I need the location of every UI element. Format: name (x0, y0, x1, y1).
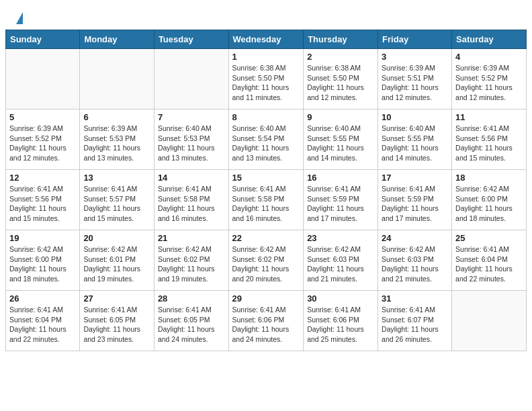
day-number: 13 (83, 173, 150, 183)
logo (13, 9, 23, 24)
day-info: Sunrise: 6:41 AM Sunset: 5:56 PM Dayligh… (455, 124, 523, 163)
day-number: 23 (307, 233, 374, 243)
day-number: 9 (307, 112, 374, 122)
day-info: Sunrise: 6:41 AM Sunset: 6:06 PM Dayligh… (307, 305, 374, 345)
day-info: Sunrise: 6:40 AM Sunset: 5:55 PM Dayligh… (307, 124, 374, 163)
day-number: 24 (382, 233, 448, 243)
calendar-cell: 28Sunrise: 6:41 AM Sunset: 6:05 PM Dayli… (154, 291, 228, 351)
calendar-cell: 3Sunrise: 6:39 AM Sunset: 5:51 PM Daylig… (378, 49, 452, 109)
calendar-cell: 29Sunrise: 6:41 AM Sunset: 6:06 PM Dayli… (228, 291, 304, 351)
weekday-header-row: SundayMondayTuesdayWednesdayThursdayFrid… (6, 30, 527, 49)
day-info: Sunrise: 6:42 AM Sunset: 6:03 PM Dayligh… (307, 244, 374, 284)
weekday-header-saturday: Saturday (452, 30, 527, 49)
logo-triangle-icon (16, 12, 23, 24)
weekday-header-wednesday: Wednesday (228, 30, 304, 49)
day-info: Sunrise: 6:39 AM Sunset: 5:52 PM Dayligh… (455, 63, 523, 103)
day-info: Sunrise: 6:41 AM Sunset: 5:59 PM Dayligh… (382, 184, 448, 224)
day-info: Sunrise: 6:41 AM Sunset: 6:07 PM Dayligh… (382, 305, 448, 345)
calendar-cell (154, 49, 228, 109)
day-number: 25 (455, 233, 523, 243)
calendar-cell: 8Sunrise: 6:40 AM Sunset: 5:54 PM Daylig… (228, 109, 304, 170)
calendar-cell: 2Sunrise: 6:38 AM Sunset: 5:50 PM Daylig… (304, 49, 378, 109)
day-number: 4 (455, 52, 523, 62)
day-info: Sunrise: 6:39 AM Sunset: 5:51 PM Dayligh… (382, 63, 448, 103)
calendar-week-row: 12Sunrise: 6:41 AM Sunset: 5:56 PM Dayli… (6, 170, 527, 230)
calendar-cell (452, 291, 527, 351)
calendar-cell: 5Sunrise: 6:39 AM Sunset: 5:52 PM Daylig… (6, 109, 80, 170)
day-number: 30 (307, 293, 374, 304)
day-info: Sunrise: 6:38 AM Sunset: 5:50 PM Dayligh… (232, 63, 300, 103)
day-info: Sunrise: 6:41 AM Sunset: 6:06 PM Dayligh… (232, 305, 300, 345)
day-number: 14 (158, 173, 225, 183)
day-number: 17 (382, 173, 448, 183)
day-info: Sunrise: 6:42 AM Sunset: 6:00 PM Dayligh… (455, 184, 523, 224)
calendar-cell: 19Sunrise: 6:42 AM Sunset: 6:00 PM Dayli… (6, 230, 80, 291)
day-number: 2 (307, 52, 374, 62)
calendar-week-row: 5Sunrise: 6:39 AM Sunset: 5:52 PM Daylig… (6, 109, 527, 170)
calendar-cell: 6Sunrise: 6:39 AM Sunset: 5:53 PM Daylig… (80, 109, 154, 170)
calendar-cell: 13Sunrise: 6:41 AM Sunset: 5:57 PM Dayli… (80, 170, 154, 230)
day-info: Sunrise: 6:40 AM Sunset: 5:55 PM Dayligh… (382, 124, 448, 163)
weekday-header-friday: Friday (378, 30, 452, 49)
weekday-header-thursday: Thursday (304, 30, 378, 49)
day-info: Sunrise: 6:42 AM Sunset: 6:00 PM Dayligh… (9, 244, 76, 284)
calendar-week-row: 26Sunrise: 6:41 AM Sunset: 6:04 PM Dayli… (6, 291, 527, 351)
day-number: 12 (9, 173, 76, 183)
day-number: 19 (9, 233, 76, 243)
day-number: 20 (83, 233, 150, 243)
header (0, 0, 532, 30)
calendar-cell: 12Sunrise: 6:41 AM Sunset: 5:56 PM Dayli… (6, 170, 80, 230)
calendar-wrapper: SundayMondayTuesdayWednesdayThursdayFrid… (0, 30, 532, 357)
day-info: Sunrise: 6:40 AM Sunset: 5:53 PM Dayligh… (158, 124, 225, 163)
day-info: Sunrise: 6:42 AM Sunset: 6:02 PM Dayligh… (232, 244, 300, 284)
day-number: 3 (382, 52, 448, 62)
calendar-cell: 15Sunrise: 6:41 AM Sunset: 5:58 PM Dayli… (228, 170, 304, 230)
calendar-cell: 10Sunrise: 6:40 AM Sunset: 5:55 PM Dayli… (378, 109, 452, 170)
calendar-cell: 14Sunrise: 6:41 AM Sunset: 5:58 PM Dayli… (154, 170, 228, 230)
day-number: 5 (9, 112, 76, 122)
calendar-cell: 20Sunrise: 6:42 AM Sunset: 6:01 PM Dayli… (80, 230, 154, 291)
calendar-cell: 4Sunrise: 6:39 AM Sunset: 5:52 PM Daylig… (452, 49, 527, 109)
day-number: 29 (232, 293, 300, 304)
day-number: 18 (455, 173, 523, 183)
day-number: 27 (83, 293, 150, 304)
day-info: Sunrise: 6:38 AM Sunset: 5:50 PM Dayligh… (307, 63, 374, 103)
day-number: 10 (382, 112, 448, 122)
day-info: Sunrise: 6:41 AM Sunset: 5:59 PM Dayligh… (307, 184, 374, 224)
day-number: 8 (232, 112, 300, 122)
day-number: 6 (83, 112, 150, 122)
calendar-cell: 21Sunrise: 6:42 AM Sunset: 6:02 PM Dayli… (154, 230, 228, 291)
day-info: Sunrise: 6:41 AM Sunset: 6:05 PM Dayligh… (83, 305, 150, 345)
calendar-cell: 1Sunrise: 6:38 AM Sunset: 5:50 PM Daylig… (228, 49, 304, 109)
calendar-cell: 24Sunrise: 6:42 AM Sunset: 6:03 PM Dayli… (378, 230, 452, 291)
day-number: 15 (232, 173, 300, 183)
calendar-table: SundayMondayTuesdayWednesdayThursdayFrid… (5, 30, 527, 351)
calendar-cell (6, 49, 80, 109)
weekday-header-monday: Monday (80, 30, 154, 49)
calendar-cell: 16Sunrise: 6:41 AM Sunset: 5:59 PM Dayli… (304, 170, 378, 230)
day-info: Sunrise: 6:39 AM Sunset: 5:52 PM Dayligh… (9, 124, 76, 163)
calendar-cell: 11Sunrise: 6:41 AM Sunset: 5:56 PM Dayli… (452, 109, 527, 170)
calendar-week-row: 19Sunrise: 6:42 AM Sunset: 6:00 PM Dayli… (6, 230, 527, 291)
calendar-cell: 27Sunrise: 6:41 AM Sunset: 6:05 PM Dayli… (80, 291, 154, 351)
day-info: Sunrise: 6:41 AM Sunset: 6:04 PM Dayligh… (455, 244, 523, 284)
day-info: Sunrise: 6:41 AM Sunset: 5:58 PM Dayligh… (232, 184, 300, 224)
day-number: 28 (158, 293, 225, 304)
day-number: 26 (9, 293, 76, 304)
calendar-cell: 18Sunrise: 6:42 AM Sunset: 6:00 PM Dayli… (452, 170, 527, 230)
calendar-cell: 22Sunrise: 6:42 AM Sunset: 6:02 PM Dayli… (228, 230, 304, 291)
calendar-week-row: 1Sunrise: 6:38 AM Sunset: 5:50 PM Daylig… (6, 49, 527, 109)
calendar-cell: 23Sunrise: 6:42 AM Sunset: 6:03 PM Dayli… (304, 230, 378, 291)
day-info: Sunrise: 6:41 AM Sunset: 5:56 PM Dayligh… (9, 184, 76, 224)
calendar-cell: 9Sunrise: 6:40 AM Sunset: 5:55 PM Daylig… (304, 109, 378, 170)
weekday-header-sunday: Sunday (6, 30, 80, 49)
day-info: Sunrise: 6:40 AM Sunset: 5:54 PM Dayligh… (232, 124, 300, 163)
day-info: Sunrise: 6:41 AM Sunset: 5:57 PM Dayligh… (83, 184, 150, 224)
day-number: 7 (158, 112, 225, 122)
day-number: 21 (158, 233, 225, 243)
calendar-cell: 31Sunrise: 6:41 AM Sunset: 6:07 PM Dayli… (378, 291, 452, 351)
day-info: Sunrise: 6:41 AM Sunset: 5:58 PM Dayligh… (158, 184, 225, 224)
day-info: Sunrise: 6:41 AM Sunset: 6:04 PM Dayligh… (9, 305, 76, 345)
weekday-header-tuesday: Tuesday (154, 30, 228, 49)
day-number: 31 (382, 293, 448, 304)
